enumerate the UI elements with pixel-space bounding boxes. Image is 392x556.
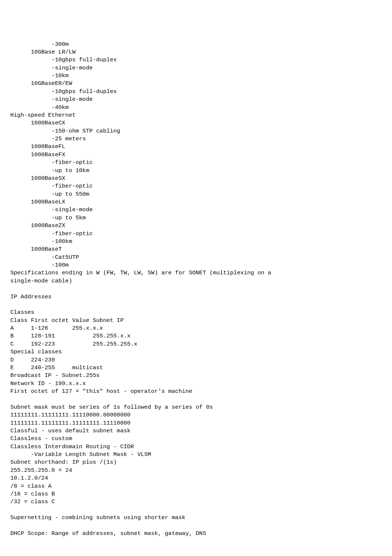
text-line: -25 meters (10, 135, 382, 143)
text-line: -up to 10km (10, 167, 382, 175)
text-line: single-mode cable) (10, 277, 382, 285)
text-line: Subnet shorthand: IP plus /(1s) (10, 459, 382, 466)
text-line: DHCP Scope: Range of addresses, subnet m… (10, 530, 382, 538)
document-body: -300m 10GBase LR/LW -10gbps full-duplex … (10, 41, 382, 538)
text-line: 1000BaseLX (10, 198, 382, 206)
text-line: Specifications ending in W (FW, TW, LW, … (10, 269, 382, 277)
text-line: /32 = class C (10, 498, 382, 506)
text-line: -single-mode (10, 96, 382, 103)
text-line: -up to 5km (10, 214, 382, 222)
text-line: Classless - custom (10, 435, 382, 443)
text-line: -fiber-optic (10, 230, 382, 238)
text-line (10, 285, 382, 293)
text-line: 1000BaseCX (10, 119, 382, 127)
text-line: B 128-191 255.255.x.x (10, 332, 382, 340)
text-line: -Cat5UTP (10, 254, 382, 261)
text-line: High-speed Ethernet (10, 111, 382, 119)
text-line: -Variable Length Subnet Mask - VLSM (10, 451, 382, 459)
text-line: First octet of 127 = "this" host - opera… (10, 388, 382, 395)
text-line: A 1-126 255.x.x.x (10, 325, 382, 332)
text-line: 11111111.11111111.11111111.11110000 (10, 419, 382, 427)
text-line: Supernetting - combining subnets using s… (10, 514, 382, 522)
text-line: Subnet mask must be series of 1s followe… (10, 404, 382, 411)
text-line: IP Addresses (10, 293, 382, 301)
text-line: -fiber-optic (10, 182, 382, 190)
text-line: Classes (10, 309, 382, 316)
text-line: 1000BaseZX (10, 222, 382, 230)
text-line (10, 506, 382, 514)
text-line: C 192-223 255.255.255.x (10, 340, 382, 348)
text-line: -fiber-optic (10, 159, 382, 167)
text-line: -100m (10, 261, 382, 269)
text-line: -300m (10, 41, 382, 48)
text-line: 1000BaseSX (10, 175, 382, 182)
text-line: /16 = class B (10, 490, 382, 498)
text-line: -10gbps full-duplex (10, 88, 382, 96)
text-line: 10.1.2.0/24 (10, 474, 382, 482)
text-line: -up to 550m (10, 191, 382, 198)
text-line (10, 301, 382, 309)
text-line: 11111111.11111111.11110000.00000000 (10, 411, 382, 419)
text-line: -10gbps full-duplex (10, 56, 382, 64)
text-line: Classful - uses default subnet mask (10, 427, 382, 435)
text-line: -single-mode (10, 206, 382, 214)
text-line: 255.255.255.0 = 24 (10, 467, 382, 474)
text-line: 10GBase LR/LW (10, 48, 382, 56)
text-line: /8 = class A (10, 483, 382, 490)
text-line: -40km (10, 104, 382, 111)
text-line: Class First octet Value Subnet IP (10, 317, 382, 325)
text-line: Classless Interdomain Routing - CIDR (10, 443, 382, 451)
text-line: 1000BaseFX (10, 151, 382, 159)
text-line: 1000BaseFL (10, 143, 382, 151)
text-line: Special classes (10, 348, 382, 356)
text-line: -100km (10, 238, 382, 246)
text-line: Broadcast IP - Subnet.255s (10, 372, 382, 380)
text-line (10, 395, 382, 403)
text-line: 1000BaseT (10, 246, 382, 253)
text-line: -single-mode (10, 64, 382, 72)
text-line: D 224-239 (10, 356, 382, 364)
text-line: E 240-255 multicast (10, 364, 382, 372)
text-line: -10km (10, 72, 382, 80)
text-line: 10GBaseER/EW (10, 80, 382, 87)
text-line: -150-ohm STP cabling (10, 127, 382, 135)
text-line (10, 522, 382, 529)
text-line: Network ID - 199.x.x.x (10, 380, 382, 388)
